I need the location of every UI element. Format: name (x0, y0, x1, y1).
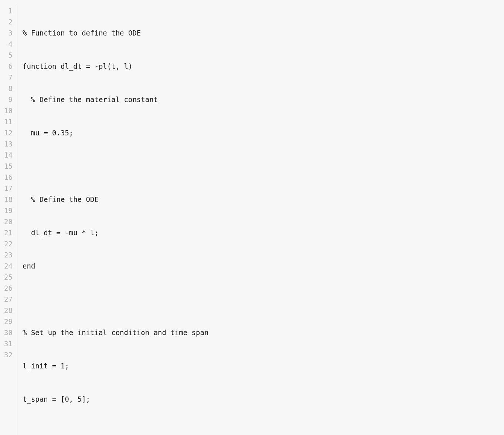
code-line: % Function to define the ODE (23, 27, 314, 38)
code-line: t_span = [0, 5]; (23, 394, 314, 405)
code-line: function dl_dt = -pl(t, l) (23, 61, 314, 72)
line-number: 9 (3, 94, 13, 105)
line-number: 13 (3, 138, 13, 149)
line-number: 20 (3, 216, 13, 227)
line-number: 8 (3, 83, 13, 94)
line-number: 10 (3, 105, 13, 116)
line-number-gutter: 1 2 3 4 5 6 7 8 9 10 11 12 13 14 15 16 1… (3, 5, 17, 435)
line-number: 11 (3, 116, 13, 127)
line-number: 1 (3, 5, 13, 16)
line-number: 26 (3, 283, 13, 294)
line-number: 29 (3, 316, 13, 327)
code-line (23, 161, 314, 172)
code-line (23, 294, 314, 305)
line-number: 25 (3, 272, 13, 283)
line-number: 14 (3, 149, 13, 161)
line-number: 15 (3, 161, 13, 172)
line-number: 7 (3, 72, 13, 83)
line-number: 28 (3, 305, 13, 316)
line-number: 2 (3, 16, 13, 27)
line-number: 12 (3, 127, 13, 138)
line-number: 24 (3, 260, 13, 272)
line-number: 21 (3, 227, 13, 238)
line-number: 23 (3, 249, 13, 260)
line-number: 27 (3, 294, 13, 305)
line-number: 18 (3, 194, 13, 205)
line-number: 19 (3, 205, 13, 216)
line-number: 31 (3, 338, 13, 349)
code-block: 1 2 3 4 5 6 7 8 9 10 11 12 13 14 15 16 1… (3, 5, 501, 435)
code-line: % Define the material constant (23, 94, 314, 105)
line-number: 22 (3, 238, 13, 249)
line-number: 5 (3, 50, 13, 61)
line-number: 17 (3, 183, 13, 194)
line-number: 3 (3, 27, 13, 38)
line-number: 6 (3, 61, 13, 72)
code-line: % Define the ODE (23, 194, 314, 205)
code-line: mu = 0.35; (23, 127, 314, 138)
line-number: 4 (3, 38, 13, 50)
code-line: end (23, 260, 314, 272)
code-lines[interactable]: % Function to define the ODE function dl… (17, 5, 314, 435)
code-line (23, 427, 314, 435)
line-number: 32 (3, 349, 13, 360)
line-number: 30 (3, 327, 13, 338)
code-line: l_init = 1; (23, 360, 314, 371)
code-line: dl_dt = -mu * l; (23, 227, 314, 238)
code-line: % Set up the initial condition and time … (23, 327, 314, 338)
line-number: 16 (3, 172, 13, 183)
